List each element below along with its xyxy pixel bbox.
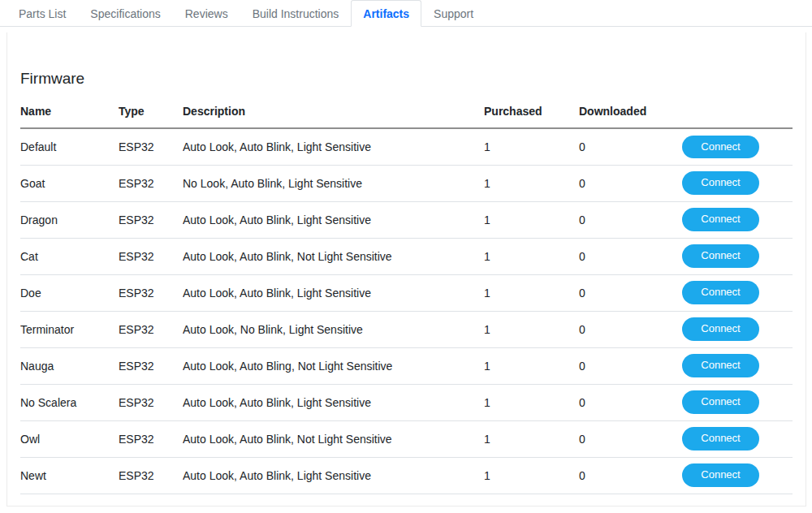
- column-header-actions: [649, 97, 793, 128]
- cell-actions: Connect: [649, 128, 793, 165]
- cell-name: Goat: [20, 165, 119, 201]
- cell-purchased: 1: [484, 420, 579, 457]
- cell-description: Auto Look, Auto Blink, Not Light Sensiti…: [183, 238, 484, 274]
- cell-type: ESP32: [119, 384, 183, 420]
- cell-actions: Connect: [649, 201, 793, 238]
- connect-button[interactable]: Connect: [682, 390, 758, 413]
- cell-downloaded: 0: [579, 274, 649, 311]
- cell-downloaded: 0: [579, 420, 649, 457]
- column-header-downloaded: Downloaded: [579, 97, 649, 128]
- cell-description: Auto Look, Auto Blink, Light Sensitive: [183, 274, 484, 311]
- column-header-purchased: Purchased: [484, 97, 579, 128]
- connect-button[interactable]: Connect: [682, 171, 758, 194]
- cell-type: ESP32: [119, 457, 183, 494]
- cell-description: Auto Look, No Blink, Light Sensitive: [183, 311, 484, 347]
- cell-downloaded: 0: [579, 457, 649, 494]
- cell-description: Auto Look, Auto Bling, Not Light Sensiti…: [183, 347, 484, 384]
- connect-button[interactable]: Connect: [682, 136, 758, 158]
- cell-actions: Connect: [649, 384, 793, 420]
- cell-actions: Connect: [649, 457, 793, 494]
- cell-actions: Connect: [649, 311, 793, 347]
- cell-description: Auto Look, Auto Blink, Light Sensitive: [183, 457, 484, 494]
- cell-name: Owl: [20, 420, 119, 457]
- artifacts-panel: Firmware Name Type Description Purchased…: [6, 32, 806, 507]
- cell-downloaded: 0: [579, 238, 649, 274]
- cell-name: Newt: [20, 457, 119, 494]
- cell-name: Terminator: [20, 311, 119, 347]
- table-header-row: Name Type Description Purchased Download…: [20, 97, 793, 128]
- cell-type: ESP32: [119, 347, 183, 384]
- tab-artifacts[interactable]: Artifacts: [351, 0, 421, 27]
- table-row: Newt ESP32 Auto Look, Auto Blink, Light …: [20, 457, 793, 494]
- cell-actions: Connect: [649, 347, 793, 384]
- cell-type: ESP32: [119, 201, 183, 238]
- firmware-table: Name Type Description Purchased Download…: [20, 97, 793, 494]
- cell-description: Auto Look, Auto Blink, Light Sensitive: [183, 128, 484, 165]
- column-header-name: Name: [20, 97, 119, 128]
- tab-support[interactable]: Support: [421, 0, 486, 27]
- cell-name: Dragon: [20, 201, 119, 238]
- table-row: Doe ESP32 Auto Look, Auto Blink, Light S…: [20, 274, 793, 311]
- table-row: Dragon ESP32 Auto Look, Auto Blink, Ligh…: [20, 201, 793, 238]
- connect-button[interactable]: Connect: [682, 354, 758, 377]
- column-header-description: Description: [183, 97, 484, 128]
- cell-description: Auto Look, Auto Blink, Not Light Sensiti…: [183, 420, 484, 457]
- cell-purchased: 1: [484, 238, 579, 274]
- table-row: Goat ESP32 No Look, Auto Blink, Light Se…: [20, 165, 793, 201]
- cell-type: ESP32: [119, 165, 183, 201]
- cell-downloaded: 0: [579, 128, 649, 165]
- cell-name: No Scalera: [20, 384, 119, 420]
- cell-description: Auto Look, Auto Blink, Light Sensitive: [183, 201, 484, 238]
- cell-actions: Connect: [649, 420, 793, 457]
- cell-type: ESP32: [119, 128, 183, 165]
- table-row: Cat ESP32 Auto Look, Auto Blink, Not Lig…: [20, 238, 793, 274]
- cell-purchased: 1: [484, 347, 579, 384]
- cell-name: Cat: [20, 238, 119, 274]
- cell-purchased: 1: [484, 128, 579, 165]
- connect-button[interactable]: Connect: [682, 208, 758, 231]
- cell-type: ESP32: [119, 420, 183, 457]
- cell-actions: Connect: [649, 165, 793, 201]
- cell-downloaded: 0: [579, 311, 649, 347]
- cell-name: Doe: [20, 274, 119, 311]
- cell-purchased: 1: [484, 311, 579, 347]
- connect-button[interactable]: Connect: [682, 281, 758, 304]
- tab-specifications[interactable]: Specifications: [78, 0, 172, 27]
- tab-parts-list[interactable]: Parts List: [6, 0, 78, 27]
- table-row: Terminator ESP32 Auto Look, No Blink, Li…: [20, 311, 793, 347]
- cell-description: Auto Look, Auto Blink, Light Sensitive: [183, 384, 484, 420]
- cell-purchased: 1: [484, 384, 579, 420]
- cell-actions: Connect: [649, 238, 793, 274]
- cell-purchased: 1: [484, 274, 579, 311]
- cell-name: Nauga: [20, 347, 119, 384]
- cell-downloaded: 0: [579, 384, 649, 420]
- table-row: No Scalera ESP32 Auto Look, Auto Blink, …: [20, 384, 793, 420]
- cell-downloaded: 0: [579, 347, 649, 384]
- firmware-section-title: Firmware: [20, 70, 793, 88]
- connect-button[interactable]: Connect: [682, 317, 758, 340]
- connect-button[interactable]: Connect: [682, 463, 758, 486]
- cell-description: No Look, Auto Blink, Light Sensitive: [183, 165, 484, 201]
- tab-reviews[interactable]: Reviews: [173, 0, 240, 27]
- cell-purchased: 1: [484, 201, 579, 238]
- table-row: Default ESP32 Auto Look, Auto Blink, Lig…: [20, 128, 793, 165]
- table-row: Nauga ESP32 Auto Look, Auto Bling, Not L…: [20, 347, 793, 384]
- connect-button[interactable]: Connect: [682, 244, 758, 267]
- tab-bar: Parts List Specifications Reviews Build …: [0, 0, 812, 27]
- column-header-type: Type: [119, 97, 183, 128]
- cell-type: ESP32: [119, 238, 183, 274]
- tab-build-instructions[interactable]: Build Instructions: [240, 0, 352, 27]
- cell-actions: Connect: [649, 274, 793, 311]
- cell-type: ESP32: [119, 311, 183, 347]
- cell-purchased: 1: [484, 457, 579, 494]
- cell-name: Default: [20, 128, 119, 165]
- cell-downloaded: 0: [579, 201, 649, 238]
- cell-type: ESP32: [119, 274, 183, 311]
- cell-purchased: 1: [484, 165, 579, 201]
- cell-downloaded: 0: [579, 165, 649, 201]
- table-row: Owl ESP32 Auto Look, Auto Blink, Not Lig…: [20, 420, 793, 457]
- connect-button[interactable]: Connect: [682, 427, 758, 450]
